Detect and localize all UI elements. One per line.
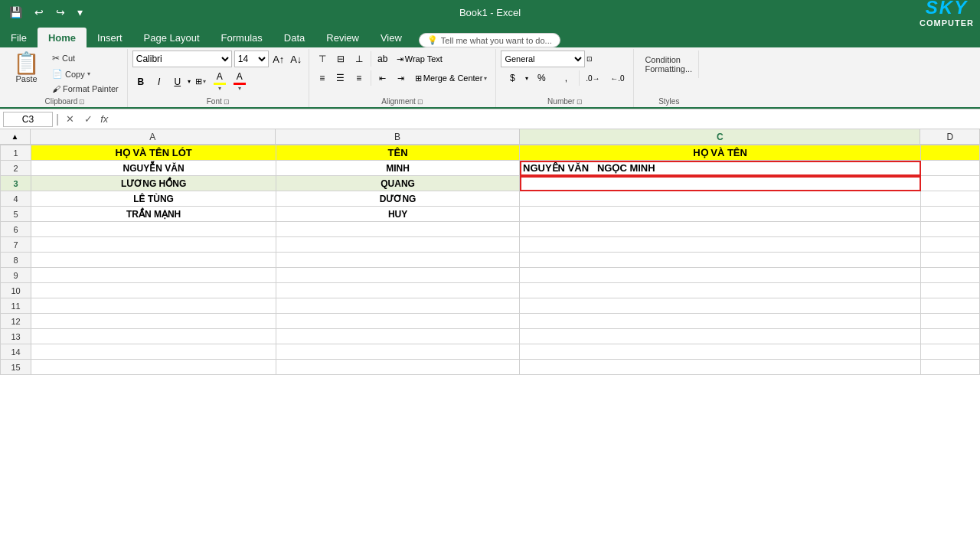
copy-button[interactable]: 📄 Copy ▾ — [48, 67, 122, 81]
border-button[interactable]: ⊞ ▾ — [192, 75, 209, 88]
tab-file[interactable]: File — [0, 28, 38, 47]
font-size-select[interactable]: 14 — [234, 51, 269, 67]
cell-b3[interactable]: QUANG — [276, 176, 520, 191]
cell-a2[interactable]: NGUYỄN VĂN — [31, 161, 276, 176]
row-number-5[interactable]: 5 — [1, 207, 31, 222]
cell-a3[interactable]: LƯƠNG HỒNG — [31, 176, 276, 191]
row-number-1[interactable]: 1 — [1, 145, 31, 161]
col-header-d[interactable]: D — [920, 129, 980, 144]
row-number-10[interactable]: 10 — [1, 283, 31, 298]
row-number-13[interactable]: 13 — [1, 329, 31, 344]
cell-c7[interactable] — [520, 237, 921, 253]
percent-button[interactable]: % — [530, 70, 553, 86]
col-header-b[interactable]: B — [276, 129, 521, 144]
tab-formulas[interactable]: Formulas — [211, 28, 273, 47]
cell-d8[interactable] — [921, 253, 980, 268]
select-all-icon[interactable]: ▲ — [11, 132, 19, 141]
number-expand-icon[interactable]: ⊡ — [586, 55, 593, 63]
cell-c15[interactable] — [520, 360, 921, 375]
row-number-3[interactable]: 3 — [1, 176, 31, 191]
cell-c12[interactable] — [520, 314, 921, 329]
cell-c5[interactable] — [520, 207, 921, 222]
redo-button[interactable]: ↪ — [53, 5, 68, 20]
tab-view[interactable]: View — [370, 28, 413, 47]
cell-b7[interactable] — [276, 237, 520, 253]
cell-a10[interactable] — [31, 283, 276, 298]
tab-data[interactable]: Data — [273, 28, 315, 47]
decrease-decimal-button[interactable]: ←.0 — [606, 70, 629, 86]
cell-b10[interactable] — [276, 283, 520, 298]
font-name-select[interactable]: Calibri — [132, 51, 232, 67]
row-number-15[interactable]: 15 — [1, 360, 31, 375]
row-number-14[interactable]: 14 — [1, 344, 31, 360]
row-number-4[interactable]: 4 — [1, 191, 31, 207]
comma-button[interactable]: , — [554, 70, 577, 86]
middle-align-button[interactable]: ⊟ — [332, 51, 349, 67]
cell-reference-input[interactable] — [3, 112, 53, 127]
cell-d6[interactable] — [921, 222, 980, 237]
tab-home[interactable]: Home — [38, 28, 87, 47]
cell-c13[interactable] — [520, 329, 921, 344]
cell-b15[interactable] — [276, 360, 520, 375]
font-expand-icon[interactable]: ⊡ — [224, 98, 230, 106]
cell-a4[interactable]: LÊ TÙNG — [31, 191, 276, 207]
cell-a14[interactable] — [31, 344, 276, 360]
cell-c6[interactable] — [520, 222, 921, 237]
cell-d12[interactable] — [921, 314, 980, 329]
cell-a7[interactable] — [31, 237, 276, 253]
row-number-11[interactable]: 11 — [1, 298, 31, 314]
conditional-formatting-button[interactable]: Condition Formatting... — [642, 54, 695, 75]
text-orient-button[interactable]: ab — [374, 51, 391, 67]
cell-b11[interactable] — [276, 298, 520, 314]
cell-a1[interactable]: HỌ VÀ TÊN LÓT — [31, 145, 276, 161]
cell-d15[interactable] — [921, 360, 980, 375]
cell-d11[interactable] — [921, 298, 980, 314]
row-number-9[interactable]: 9 — [1, 268, 31, 283]
cell-d3[interactable] — [921, 176, 980, 191]
format-painter-button[interactable]: 🖌 Format Painter — [48, 82, 122, 96]
number-expand-btn[interactable]: ⊡ — [577, 98, 583, 106]
cell-d4[interactable] — [921, 191, 980, 207]
top-align-button[interactable]: ⊤ — [314, 51, 331, 67]
tell-me-bar[interactable]: 💡 Tell me what you want to do... — [419, 33, 560, 47]
cell-b14[interactable] — [276, 344, 520, 360]
save-button[interactable]: 💾 — [6, 5, 25, 20]
fill-color-button[interactable]: A ▾ — [211, 70, 229, 93]
currency-dropdown[interactable]: ▾ — [525, 75, 528, 82]
merge-center-button[interactable]: ⊞ Merge & Center ▾ — [411, 72, 492, 85]
cell-c14[interactable] — [520, 344, 921, 360]
cell-a9[interactable] — [31, 268, 276, 283]
row-number-12[interactable]: 12 — [1, 314, 31, 329]
cell-b6[interactable] — [276, 222, 520, 237]
increase-font-size-button[interactable]: A↑ — [271, 51, 286, 67]
increase-decimal-button[interactable]: .0→ — [581, 70, 604, 86]
cell-a6[interactable] — [31, 222, 276, 237]
cell-a15[interactable] — [31, 360, 276, 375]
underline-button[interactable]: U — [169, 73, 186, 90]
cell-b8[interactable] — [276, 253, 520, 268]
underline-dropdown-icon[interactable]: ▾ — [188, 78, 191, 85]
cell-d9[interactable] — [921, 268, 980, 283]
cell-b12[interactable] — [276, 314, 520, 329]
cell-c11[interactable] — [520, 298, 921, 314]
currency-button[interactable]: $ — [501, 70, 524, 86]
clipboard-expand-icon[interactable]: ⊡ — [79, 98, 85, 106]
cell-a8[interactable] — [31, 253, 276, 268]
cell-d14[interactable] — [921, 344, 980, 360]
cell-d2[interactable] — [921, 161, 980, 176]
confirm-formula-button[interactable]: ✓ — [80, 112, 96, 127]
decrease-indent-button[interactable]: ⇤ — [374, 70, 391, 86]
paste-button[interactable]: 📋 Paste — [8, 51, 45, 86]
row-number-2[interactable]: 2 — [1, 161, 31, 176]
bold-button[interactable]: B — [132, 73, 149, 90]
cell-c1[interactable]: HỌ VÀ TÊN — [520, 145, 921, 161]
italic-button[interactable]: I — [151, 73, 168, 90]
cell-c8[interactable] — [520, 253, 921, 268]
cell-c9[interactable] — [520, 268, 921, 283]
cell-c10[interactable] — [520, 283, 921, 298]
cell-b5[interactable]: HUY — [276, 207, 520, 222]
center-align-button[interactable]: ☰ — [332, 70, 349, 86]
cell-c4[interactable] — [520, 191, 921, 207]
tab-page-layout[interactable]: Page Layout — [133, 28, 211, 47]
col-header-a[interactable]: A — [31, 129, 276, 144]
